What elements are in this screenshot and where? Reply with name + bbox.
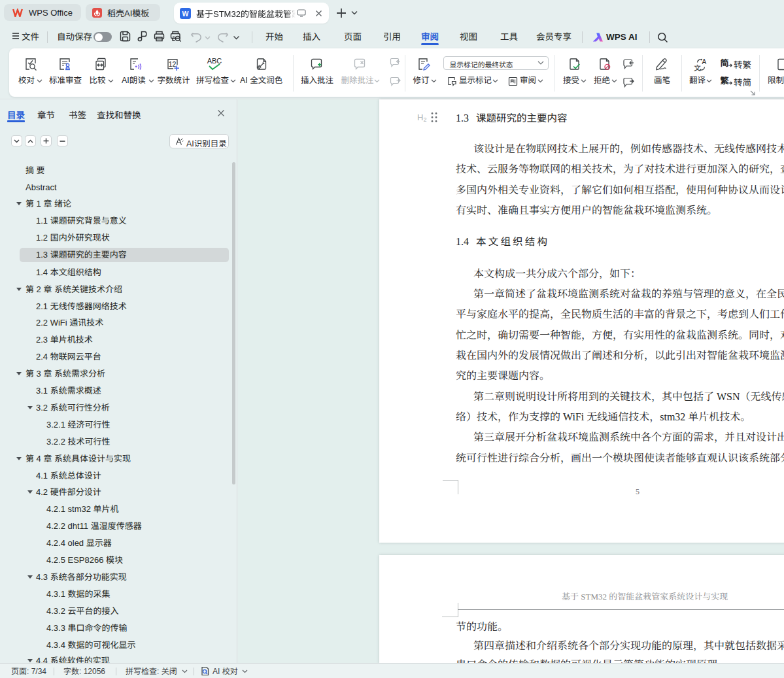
svg-text:12: 12	[169, 60, 177, 68]
svg-text:简: 简	[720, 58, 728, 68]
svg-text:繁: 繁	[720, 76, 729, 86]
svg-text:文: 文	[694, 64, 701, 72]
svg-text:A: A	[702, 58, 707, 65]
svg-text:ABC: ABC	[207, 57, 222, 65]
